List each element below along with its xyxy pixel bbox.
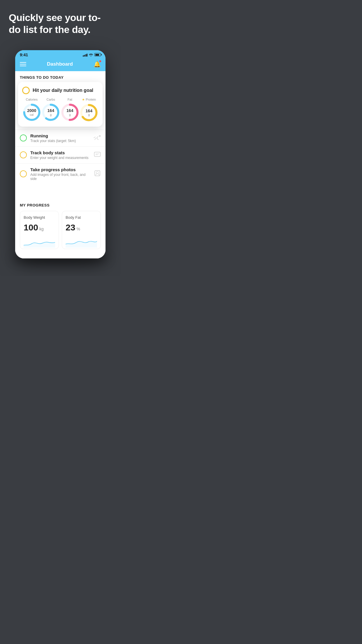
notification-dot	[99, 60, 101, 62]
content-area: THINGS TO DO TODAY Hit your daily nutrit…	[15, 71, 106, 258]
todo-info-running: Running Track your stats (target: 5km)	[30, 133, 90, 143]
todo-item-running[interactable]: Running Track your stats (target: 5km)	[15, 130, 106, 146]
body-fat-value: 23	[66, 223, 75, 232]
nutrition-protein: ★ Protein 164 g	[80, 98, 98, 122]
progress-grid: Body Weight 100 kg	[20, 211, 101, 249]
todo-desc-running: Track your stats (target: 5km)	[30, 139, 90, 143]
nav-title: Dashboard	[47, 61, 73, 67]
progress-header: MY PROGRESS	[20, 203, 101, 207]
body-weight-chart	[24, 237, 55, 248]
protein-unit: g	[86, 113, 92, 117]
nutrition-fat: Fat 164 g	[61, 98, 79, 122]
protein-star: ★	[82, 98, 85, 102]
carbs-value: 164	[48, 108, 54, 113]
signal-icon	[83, 53, 88, 57]
hero-title: Quickly see your to-do list for the day.	[9, 12, 112, 36]
notification-bell[interactable]: 🔔	[94, 61, 101, 68]
battery-icon	[94, 53, 101, 56]
svg-point-8	[99, 135, 101, 137]
task-checkbox[interactable]	[22, 87, 30, 94]
carbs-unit: g	[48, 113, 54, 116]
phone-mockup: 9:41	[15, 50, 106, 258]
body-fat-title: Body Fat	[66, 215, 97, 220]
todo-desc-photos: Add images of your front, back, and side	[30, 173, 90, 181]
body-fat-card[interactable]: Body Fat 23 %	[62, 211, 101, 249]
body-weight-value: 100	[24, 223, 38, 232]
body-fat-chart	[66, 237, 97, 248]
things-title: THINGS TO DO TODAY	[20, 75, 101, 80]
phone-wrapper: 9:41	[0, 50, 121, 258]
nutrition-calories: Calories 2000 cal	[22, 98, 41, 122]
todo-item-photos[interactable]: Take progress photos Add images of your …	[15, 163, 106, 184]
fat-label: Fat	[68, 98, 72, 101]
todo-list: Running Track your stats (target: 5km)	[15, 130, 106, 184]
protein-chart: 164 g	[80, 103, 98, 122]
nav-bar: Dashboard 🔔	[15, 58, 106, 71]
todo-name-running: Running	[30, 133, 90, 138]
body-weight-unit: kg	[39, 227, 44, 231]
fat-unit: g	[66, 113, 73, 116]
wifi-icon	[89, 53, 93, 57]
body-weight-value-row: 100 kg	[24, 223, 55, 232]
body-weight-title: Body Weight	[24, 215, 55, 220]
svg-rect-9	[94, 152, 101, 156]
fat-chart: 164 g	[61, 103, 79, 122]
page-wrapper: Quickly see your to-do list for the day.…	[0, 0, 121, 276]
calories-chart: 2000 cal	[22, 103, 41, 122]
protein-value: 164	[86, 108, 92, 113]
carbs-label: Carbs	[47, 98, 55, 101]
status-bar: 9:41	[15, 50, 106, 58]
nutrition-carbs: Carbs 164 g	[41, 98, 60, 122]
status-time: 9:41	[20, 52, 28, 57]
running-icon	[93, 134, 101, 142]
scale-icon	[94, 151, 101, 159]
calories-unit: cal	[27, 113, 36, 116]
body-fat-unit: %	[76, 227, 80, 231]
things-header: THINGS TO DO TODAY	[15, 71, 106, 82]
calories-value: 2000	[27, 108, 36, 113]
svg-point-13	[96, 172, 99, 174]
todo-checkbox-running[interactable]	[20, 134, 27, 141]
todo-desc-body-stats: Enter your weight and measurements	[30, 156, 90, 160]
todo-name-photos: Take progress photos	[30, 167, 90, 172]
nutrition-grid: Calories 2000 cal	[22, 98, 99, 122]
person-icon	[94, 170, 101, 178]
fat-value: 164	[66, 108, 73, 113]
todo-name-body-stats: Track body stats	[30, 150, 90, 155]
body-fat-value-row: 23 %	[66, 223, 97, 232]
hero-section: Quickly see your to-do list for the day.	[0, 0, 121, 41]
body-weight-card[interactable]: Body Weight 100 kg	[20, 211, 59, 249]
todo-item-body-stats[interactable]: Track body stats Enter your weight and m…	[15, 146, 106, 163]
nutrition-card[interactable]: Hit your daily nutrition goal Calories	[18, 82, 103, 127]
status-icons	[83, 53, 101, 57]
todo-info-photos: Take progress photos Add images of your …	[30, 167, 90, 181]
card-title: Hit your daily nutrition goal	[33, 88, 93, 93]
todo-info-body-stats: Track body stats Enter your weight and m…	[30, 150, 90, 160]
protein-label: ★ Protein	[82, 98, 96, 102]
todo-checkbox-photos[interactable]	[20, 170, 27, 177]
carbs-chart: 164 g	[41, 103, 60, 122]
calories-label: Calories	[26, 98, 38, 101]
todo-checkbox-body-stats[interactable]	[20, 151, 27, 158]
card-header: Hit your daily nutrition goal	[22, 87, 99, 94]
progress-section: MY PROGRESS Body Weight 100 kg	[15, 197, 106, 254]
hamburger-menu[interactable]	[20, 62, 26, 66]
